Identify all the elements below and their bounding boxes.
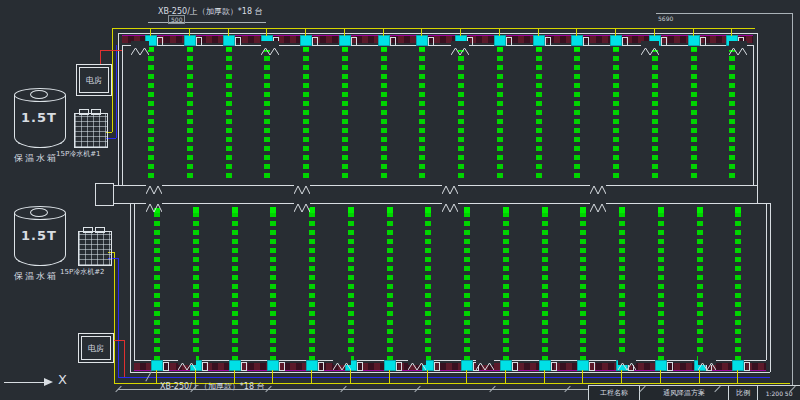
fan-bracket <box>583 37 589 46</box>
fan-unit <box>185 36 195 45</box>
upper-hall-right-outer-wall <box>757 33 758 203</box>
lower-hall-right-inner-wall <box>766 203 767 360</box>
fan-bracket <box>396 362 402 371</box>
pipe-cap <box>425 207 431 213</box>
cooling-pipe <box>458 47 464 178</box>
fan-bracket <box>163 362 169 371</box>
cad-drawing-viewport[interactable]: 电房 1.5T 保温水箱 15P冷水机#1 1.5T 保温水箱 15P冷水机#2… <box>0 0 800 400</box>
top-small-dim: 500 <box>168 15 185 24</box>
fan-bracket <box>661 37 667 46</box>
pipe-cap <box>232 207 238 213</box>
tank1-name: 保温水箱 <box>14 152 58 165</box>
pipe-cap <box>387 207 393 213</box>
cooling-pipe <box>187 47 193 178</box>
fan-unit <box>462 361 472 370</box>
bottom-cable-riser <box>114 252 115 383</box>
fan-bracket <box>312 37 318 46</box>
cooling-pipe <box>226 47 232 178</box>
corridor-break-mark <box>442 198 458 208</box>
top-right-dim-line <box>656 13 792 14</box>
cooling-pipe <box>503 212 509 360</box>
door-opening-mark <box>333 356 351 365</box>
top-label-leader <box>148 22 266 23</box>
fan-unit <box>340 36 350 45</box>
lower-hall-bottom-inner-wall <box>134 360 766 361</box>
fan-bracket <box>622 37 628 46</box>
corridor-break-mark <box>146 180 162 190</box>
cable-drop <box>693 28 694 36</box>
cooling-pipe <box>735 212 741 360</box>
cooling-pipe <box>658 212 664 360</box>
cable-drop <box>156 370 157 383</box>
power-room-2: 电房 <box>78 333 114 363</box>
corridor-break-mark <box>590 180 606 190</box>
upper-hall-right-inner-wall <box>753 45 754 185</box>
fan-bracket <box>744 362 750 371</box>
ucs-arrowhead <box>44 378 53 386</box>
lower-hall-right-outer-wall <box>770 203 771 372</box>
cooling-pipe <box>154 212 160 360</box>
fan-unit <box>417 36 427 45</box>
cable-drop <box>544 370 545 383</box>
ucs-x-axis-line <box>4 382 46 383</box>
fan-bracket <box>202 362 208 371</box>
cable-drop <box>421 28 422 36</box>
fan-unit <box>224 36 234 45</box>
fan-bracket <box>241 362 247 371</box>
fan-unit <box>501 361 511 370</box>
corridor-break-mark <box>294 198 310 208</box>
cable-drop <box>305 28 306 36</box>
power1-red-riser <box>100 50 101 64</box>
title-block-project-name: 通风降温方案 <box>639 386 729 400</box>
door-opening-mark <box>729 41 747 50</box>
fan-bracket <box>551 362 557 371</box>
cable-drop <box>234 370 235 383</box>
fan-unit <box>307 361 317 370</box>
cable-drop <box>699 370 700 383</box>
fan-unit <box>379 36 389 45</box>
ucs-x-label: X <box>58 372 67 387</box>
fan-bracket <box>428 37 434 46</box>
title-block-project-label: 工程名称 <box>589 386 639 400</box>
cable-drop <box>654 28 655 36</box>
cooling-pipe <box>464 212 470 360</box>
pipe-cap <box>503 207 509 213</box>
fan-unit <box>385 361 395 370</box>
fan-unit <box>656 361 666 370</box>
pipe-cap <box>542 207 548 213</box>
pipe-cap <box>574 47 580 51</box>
door-opening-mark <box>261 41 279 50</box>
pipe-cap <box>464 207 470 213</box>
bottom-blue-riser <box>118 258 119 377</box>
bottom-fan-row-label: XB-250/上（加厚款）*18 台 <box>160 381 265 392</box>
top-power-cable <box>112 28 755 29</box>
fan-bracket <box>390 37 396 46</box>
fan-unit <box>733 361 743 370</box>
cable-drop <box>582 370 583 383</box>
fan-unit <box>230 361 240 370</box>
lower-hall-bottom-outer-wall <box>130 372 770 373</box>
pipe-cap <box>419 47 425 51</box>
door-opening-mark <box>178 356 196 365</box>
fan-bracket <box>318 362 324 371</box>
fan-unit <box>572 36 582 45</box>
upper-hall-left-inner-wall <box>122 45 123 185</box>
cable-drop <box>621 370 622 383</box>
fan-bracket <box>279 362 285 371</box>
cable-drop <box>737 370 738 383</box>
cooling-pipe <box>542 212 548 360</box>
chiller2-unit <box>78 231 112 266</box>
cooling-pipe <box>270 212 276 360</box>
pipe-cap <box>691 47 697 51</box>
fan-unit <box>534 36 544 45</box>
cable-drop <box>615 28 616 36</box>
top-cable-riser <box>112 28 113 132</box>
cooling-pipe <box>697 212 703 360</box>
power-room-1-label: 电房 <box>86 75 102 86</box>
chiller1-unit <box>74 113 108 148</box>
power1-red-lead <box>100 50 122 51</box>
pipe-cap <box>697 207 703 213</box>
pipe-cap <box>342 47 348 51</box>
power-room-2-label: 电房 <box>88 343 104 354</box>
pipe-cap <box>580 207 586 213</box>
